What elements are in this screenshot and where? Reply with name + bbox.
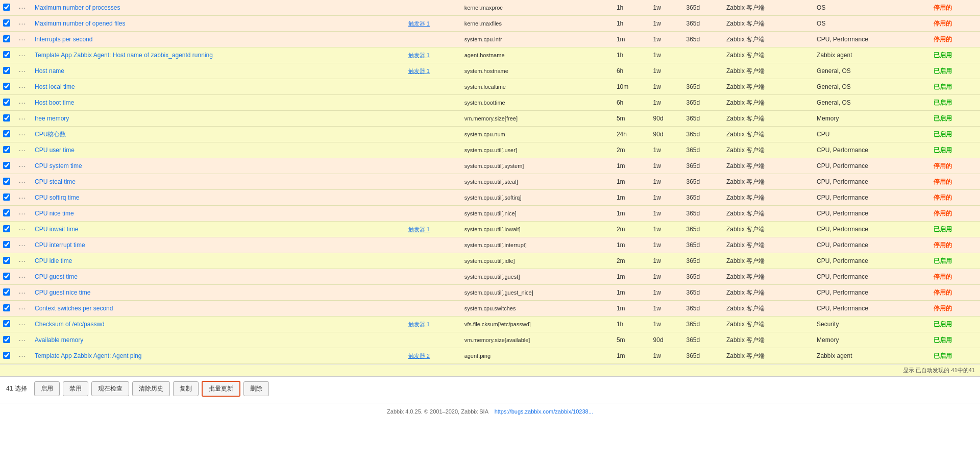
row-name-link[interactable]: Maximum number of processes (35, 4, 120, 11)
row-action-menu-button[interactable]: ··· (17, 113, 29, 124)
check-now-button[interactable]: 现在检查 (91, 381, 129, 396)
row-checkbox-cell[interactable] (0, 32, 13, 47)
row-checkbox-cell[interactable] (0, 332, 13, 348)
row-trigger-link[interactable]: 触发器 2 (408, 353, 430, 359)
row-status-link[interactable]: 停用的 (934, 289, 952, 296)
row-name-link[interactable]: CPU iowait time (35, 226, 78, 233)
row-status-cell[interactable]: 停用的 (930, 285, 980, 301)
clear-history-button[interactable]: 清除历史 (132, 381, 170, 396)
row-trigger-link[interactable]: 触发器 1 (408, 20, 430, 27)
row-checkbox-cell[interactable] (0, 206, 13, 222)
row-action-menu-button[interactable]: ··· (17, 256, 29, 266)
row-checkbox[interactable] (3, 35, 10, 42)
row-checkbox[interactable] (3, 51, 10, 58)
row-status-link[interactable]: 停用的 (934, 4, 952, 11)
row-checkbox[interactable] (3, 178, 10, 185)
row-checkbox-cell[interactable] (0, 285, 13, 301)
row-checkbox[interactable] (3, 4, 10, 11)
row-status-cell[interactable]: 已启用 (930, 47, 980, 63)
row-status-link[interactable]: 停用的 (934, 210, 952, 217)
row-status-cell[interactable]: 停用的 (930, 16, 980, 32)
row-status-cell[interactable]: 已启用 (930, 63, 980, 79)
row-checkbox[interactable] (3, 320, 10, 327)
row-action-menu-button[interactable]: ··· (17, 18, 29, 29)
footer-link[interactable]: https://bugs.zabbix.com/zabbix/10238... (495, 408, 593, 415)
row-checkbox-cell[interactable] (0, 142, 13, 158)
row-status-cell[interactable]: 停用的 (930, 301, 980, 317)
row-checkbox-cell[interactable] (0, 253, 13, 269)
row-trigger-link[interactable]: 触发器 1 (408, 68, 430, 74)
batch-update-button[interactable]: 批量更新 (202, 381, 240, 397)
row-name-link[interactable]: Template App Zabbix Agent: Agent ping (35, 352, 141, 359)
row-checkbox[interactable] (3, 130, 10, 137)
row-checkbox[interactable] (3, 257, 10, 264)
row-status-cell[interactable]: 停用的 (930, 174, 980, 190)
row-status-cell[interactable]: 停用的 (930, 237, 980, 253)
row-trigger-link[interactable]: 触发器 1 (408, 226, 430, 232)
row-status-cell[interactable]: 已启用 (930, 142, 980, 158)
row-checkbox-cell[interactable] (0, 158, 13, 174)
row-checkbox-cell[interactable] (0, 237, 13, 253)
row-status-link[interactable]: 已启用 (934, 115, 952, 122)
row-name-link[interactable]: CPU system time (35, 162, 82, 169)
row-status-link[interactable]: 已启用 (934, 336, 952, 344)
row-status-link[interactable]: 停用的 (934, 194, 952, 201)
row-action-menu-button[interactable]: ··· (17, 145, 29, 155)
row-action-menu-button[interactable]: ··· (17, 303, 29, 313)
row-action-menu-button[interactable]: ··· (17, 82, 29, 92)
row-name-link[interactable]: Host name (35, 67, 64, 75)
row-action-menu-button[interactable]: ··· (17, 3, 29, 13)
row-status-link[interactable]: 已启用 (934, 147, 952, 154)
row-name-link[interactable]: Maximum number of opened files (35, 20, 125, 27)
row-status-cell[interactable]: 已启用 (930, 253, 980, 269)
row-status-link[interactable]: 已启用 (934, 352, 952, 359)
row-name-link[interactable]: CPU idle time (35, 257, 72, 264)
row-name-link[interactable]: Host boot time (35, 99, 74, 106)
row-status-cell[interactable]: 停用的 (930, 0, 980, 16)
row-trigger-link[interactable]: 触发器 1 (408, 321, 430, 327)
row-checkbox-cell[interactable] (0, 63, 13, 79)
row-status-cell[interactable]: 已启用 (930, 95, 980, 111)
disable-button[interactable]: 禁用 (63, 381, 88, 396)
delete-button[interactable]: 删除 (243, 381, 269, 396)
row-action-menu-button[interactable]: ··· (17, 177, 29, 187)
row-status-link[interactable]: 停用的 (934, 241, 952, 249)
row-action-menu-button[interactable]: ··· (17, 50, 29, 60)
row-trigger-link[interactable]: 触发器 1 (408, 52, 430, 58)
row-action-menu-button[interactable]: ··· (17, 34, 29, 44)
row-name-link[interactable]: CPU核心数 (35, 131, 66, 138)
row-checkbox-cell[interactable] (0, 301, 13, 317)
row-checkbox[interactable] (3, 273, 10, 280)
row-checkbox[interactable] (3, 67, 10, 74)
row-status-link[interactable]: 已启用 (934, 67, 952, 75)
row-name-link[interactable]: CPU guest time (35, 273, 78, 280)
copy-button[interactable]: 复制 (173, 381, 199, 396)
row-checkbox[interactable] (3, 114, 10, 122)
row-action-menu-button[interactable]: ··· (17, 351, 29, 361)
row-checkbox[interactable] (3, 193, 10, 201)
row-action-menu-button[interactable]: ··· (17, 208, 29, 219)
row-status-cell[interactable]: 已启用 (930, 127, 980, 142)
row-checkbox-cell[interactable] (0, 190, 13, 206)
row-status-link[interactable]: 已启用 (934, 131, 952, 138)
row-action-menu-button[interactable]: ··· (17, 335, 29, 345)
row-status-cell[interactable]: 停用的 (930, 206, 980, 222)
row-action-menu-button[interactable]: ··· (17, 129, 29, 139)
row-checkbox[interactable] (3, 336, 10, 343)
row-status-link[interactable]: 停用的 (934, 178, 952, 185)
row-checkbox[interactable] (3, 209, 10, 216)
row-action-menu-button[interactable]: ··· (17, 192, 29, 203)
row-status-cell[interactable]: 停用的 (930, 190, 980, 206)
row-status-link[interactable]: 停用的 (934, 273, 952, 280)
row-checkbox-cell[interactable] (0, 47, 13, 63)
row-status-link[interactable]: 已启用 (934, 99, 952, 106)
row-status-cell[interactable]: 已启用 (930, 317, 980, 332)
row-status-cell[interactable]: 停用的 (930, 158, 980, 174)
row-action-menu-button[interactable]: ··· (17, 66, 29, 76)
row-checkbox[interactable] (3, 352, 10, 359)
row-status-cell[interactable]: 停用的 (930, 32, 980, 47)
row-checkbox[interactable] (3, 99, 10, 106)
row-status-link[interactable]: 停用的 (934, 20, 952, 27)
row-checkbox-cell[interactable] (0, 0, 13, 16)
row-name-link[interactable]: Host local time (35, 83, 75, 90)
